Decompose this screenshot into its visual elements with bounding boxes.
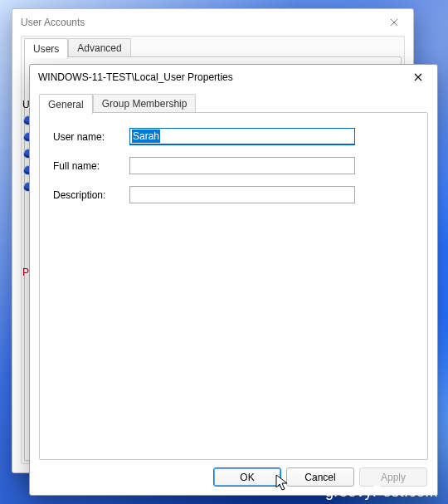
user-accounts-title: User Accounts: [21, 17, 85, 28]
general-form: User name: Sarah Full name: Description:: [40, 113, 427, 230]
user-properties-dialog: WINDOWS-11-TEST\Local_User Properties Ge…: [29, 64, 438, 496]
fullname-field[interactable]: [129, 157, 355, 174]
tab-general[interactable]: General: [39, 94, 93, 114]
watermark: groovyPost.com: [325, 483, 438, 501]
user-properties-titlebar[interactable]: WINDOWS-11-TEST\Local_User Properties: [30, 65, 437, 90]
user-properties-body: General Group Membership User name: Sara…: [37, 92, 430, 460]
ok-button[interactable]: OK: [213, 467, 281, 487]
username-row: User name: Sarah: [53, 128, 414, 145]
close-icon[interactable]: [404, 67, 432, 87]
fullname-row: Full name:: [53, 157, 414, 174]
general-tab-panel: User name: Sarah Full name: Description:: [39, 112, 428, 460]
user-properties-title: WINDOWS-11-TEST\Local_User Properties: [38, 71, 233, 83]
tab-group-membership[interactable]: Group Membership: [93, 94, 197, 113]
fullname-label: Full name:: [53, 160, 129, 172]
close-icon[interactable]: [380, 12, 408, 32]
user-accounts-tabstrip: Users Advanced: [22, 37, 404, 57]
tab-users[interactable]: Users: [24, 38, 68, 58]
description-row: Description:: [53, 186, 414, 203]
username-label: User name:: [53, 131, 129, 143]
username-value: Sarah: [132, 130, 160, 143]
description-label: Description:: [53, 189, 129, 201]
user-properties-tabstrip: General Group Membership: [37, 93, 430, 113]
description-field[interactable]: [129, 186, 355, 203]
user-accounts-titlebar[interactable]: User Accounts: [12, 9, 413, 36]
username-field[interactable]: Sarah: [129, 128, 355, 145]
tab-advanced[interactable]: Advanced: [68, 38, 130, 57]
password-label-peek: P: [22, 267, 29, 276]
